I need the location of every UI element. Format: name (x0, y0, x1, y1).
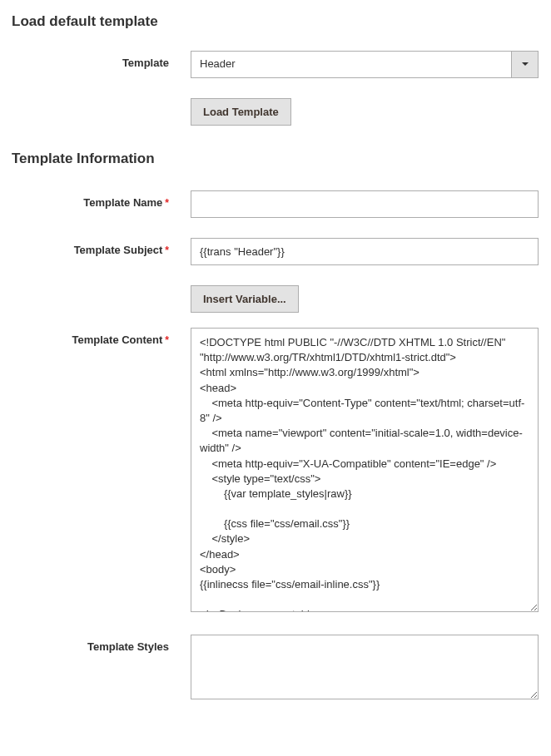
template-select[interactable]: Header (191, 51, 539, 78)
row-load-button: Load Template (12, 98, 539, 126)
row-template-styles: Template Styles (12, 635, 539, 702)
template-select-value: Header (191, 52, 511, 77)
row-template-subject: Template Subject* (12, 238, 539, 265)
chevron-down-icon[interactable] (511, 52, 538, 77)
row-template-name: Template Name* (12, 190, 539, 218)
template-name-label: Template Name* (12, 190, 191, 209)
load-template-button[interactable]: Load Template (191, 98, 291, 126)
row-template-content: Template Content* <!DOCTYPE html PUBLIC … (12, 328, 539, 615)
template-name-input[interactable] (191, 190, 539, 218)
row-template-select: Template Header (12, 51, 539, 78)
template-styles-textarea[interactable] (191, 635, 539, 699)
template-subject-label: Template Subject* (12, 238, 191, 256)
required-icon: * (165, 334, 169, 346)
required-icon: * (165, 197, 169, 209)
section-load-default-title: Load default template (12, 13, 539, 30)
template-content-label: Template Content* (12, 328, 191, 346)
insert-variable-button[interactable]: Insert Variable... (191, 285, 299, 313)
template-content-textarea[interactable]: <!DOCTYPE html PUBLIC "-//W3C//DTD XHTML… (191, 328, 539, 612)
template-label: Template (12, 51, 191, 69)
required-icon: * (165, 245, 169, 256)
row-insert-variable: Insert Variable... (12, 285, 539, 313)
section-template-info-title: Template Information (12, 151, 539, 167)
template-subject-input[interactable] (191, 238, 539, 265)
template-styles-label: Template Styles (12, 635, 191, 653)
